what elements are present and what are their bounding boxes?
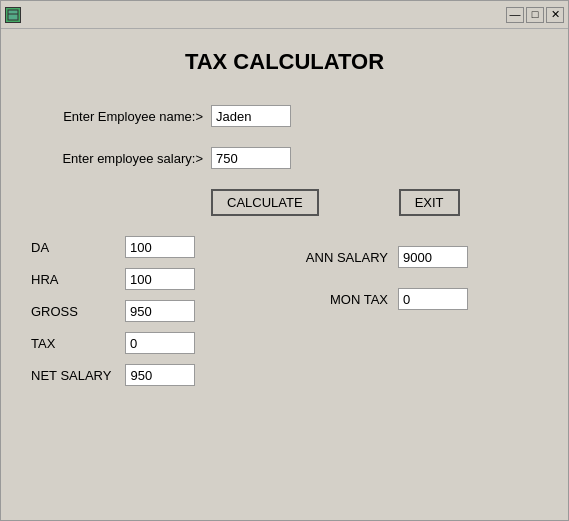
hra-input[interactable] [125, 268, 195, 290]
employee-salary-input[interactable] [211, 147, 291, 169]
net-salary-label: NET SALARY [31, 368, 111, 383]
main-window: — □ ✕ TAX CALCULATOR Enter Employee name… [0, 0, 569, 521]
tax-row: TAX [31, 332, 298, 354]
employee-name-label: Enter Employee name:> [31, 109, 211, 124]
ann-salary-row: ANN SALARY [298, 246, 538, 268]
title-bar-left [5, 7, 21, 23]
gross-input[interactable] [125, 300, 195, 322]
mon-tax-row: MON TAX [298, 288, 538, 310]
exit-button[interactable]: EXIT [399, 189, 460, 216]
content-area: TAX CALCULATOR Enter Employee name:> Ent… [1, 29, 568, 520]
close-button[interactable]: ✕ [546, 7, 564, 23]
da-label: DA [31, 240, 111, 255]
app-title: TAX CALCULATOR [31, 49, 538, 75]
svg-rect-0 [8, 10, 18, 20]
gross-label: GROSS [31, 304, 111, 319]
minimize-button[interactable]: — [506, 7, 524, 23]
app-icon [5, 7, 21, 23]
gross-row: GROSS [31, 300, 298, 322]
results-right: ANN SALARY MON TAX [298, 236, 538, 500]
buttons-row: CALCULATE EXIT [31, 189, 538, 216]
tax-input[interactable] [125, 332, 195, 354]
maximize-button[interactable]: □ [526, 7, 544, 23]
da-row: DA [31, 236, 298, 258]
ann-salary-input[interactable] [398, 246, 468, 268]
mon-tax-label: MON TAX [298, 292, 388, 307]
employee-name-input[interactable] [211, 105, 291, 127]
net-salary-input[interactable] [125, 364, 195, 386]
ann-salary-label: ANN SALARY [298, 250, 388, 265]
mon-tax-input[interactable] [398, 288, 468, 310]
calculate-button[interactable]: CALCULATE [211, 189, 319, 216]
hra-row: HRA [31, 268, 298, 290]
net-salary-row: NET SALARY [31, 364, 298, 386]
employee-salary-row: Enter employee salary:> [31, 147, 538, 169]
title-bar-controls: — □ ✕ [506, 7, 564, 23]
da-input[interactable] [125, 236, 195, 258]
employee-salary-label: Enter employee salary:> [31, 151, 211, 166]
tax-label: TAX [31, 336, 111, 351]
title-bar: — □ ✕ [1, 1, 568, 29]
results-left: DA HRA GROSS TAX NET SALARY [31, 236, 298, 500]
results-area: DA HRA GROSS TAX NET SALARY [31, 236, 538, 500]
employee-name-row: Enter Employee name:> [31, 105, 538, 127]
hra-label: HRA [31, 272, 111, 287]
